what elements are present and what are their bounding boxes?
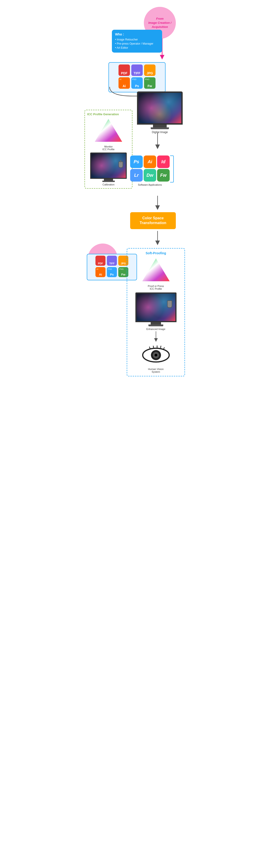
soft-proof-box: Soft-Proofing Proof or Press ICC Profile… [127, 248, 185, 376]
software-label: Software Applications [130, 183, 170, 186]
svg-point-18 [155, 354, 157, 356]
calib-base [102, 181, 115, 182]
icc-profile-label: Monitor ICC Profile [87, 145, 130, 151]
vision-section: Human Vision System [130, 345, 182, 373]
who-title: Who : [115, 32, 159, 36]
icc-title: ICC Profile Generation [87, 113, 130, 116]
enhanced-stand [151, 322, 161, 324]
fmt-pdf-2: PDF [96, 256, 105, 266]
svg-marker-1 [160, 55, 164, 59]
enhanced-display [135, 292, 176, 322]
enhanced-monitor-wrapper [130, 292, 182, 326]
monitor-to-apps-arrow [153, 133, 162, 151]
apps-to-cst-arrow [153, 196, 162, 212]
fmt-tiff-2: TIFF [107, 256, 117, 266]
who-item-2: Pre-press Operator / Manager [115, 42, 159, 46]
enhanced-calib-tool [167, 301, 172, 308]
calibration-label: Calibration [87, 183, 130, 186]
fmt-jpg: JPG [144, 64, 156, 76]
svg-line-20 [153, 346, 154, 348]
soft-proof-title: Soft-Proofing [130, 251, 182, 255]
calibration-monitor-wrapper [87, 153, 130, 182]
proof-label: Proof or Press ICC Profile [130, 285, 182, 290]
who-box: Who : Image Retoucher Pre-press Operator… [112, 30, 162, 53]
who-item-3: Art Editor [115, 46, 159, 50]
diagram-container: From Image Creation / Acquisition Who : … [82, 0, 192, 868]
svg-marker-7 [155, 205, 160, 210]
calibration-tool [118, 161, 123, 168]
svg-marker-12 [142, 258, 170, 281]
app-illustrator: Ai [144, 155, 156, 168]
app-dreamweaver: Dw [144, 169, 156, 182]
app-icons-wrapper: Ps Ai Id Lr Dw Fw [130, 155, 170, 182]
fmt-psd-2: PSD Ps [107, 267, 117, 277]
enhanced-label: Enhanced Image [130, 328, 182, 331]
app-bracket [170, 155, 174, 183]
fmt-tiff: TIFF [131, 64, 143, 76]
cst-to-softproof-arrow [153, 231, 162, 247]
app-lightroom: Lr [130, 169, 143, 182]
monitor-base [151, 127, 169, 129]
app-row-2: Lr Dw Fw [130, 169, 170, 182]
cst-box: Color Space Transformation [130, 212, 176, 229]
calibration-display [90, 153, 127, 179]
app-fireworks: Fw [157, 169, 170, 182]
fmt-pdf: PDF [118, 64, 130, 76]
app-row-1: Ps Ai Id [130, 155, 170, 168]
gamut-triangle [94, 118, 123, 143]
calib-stand [104, 179, 113, 181]
who-item-1: Image Retoucher [115, 37, 159, 42]
monitor-stand [153, 125, 167, 127]
software-section: Ps Ai Id Lr Dw Fw Software Applications [130, 155, 170, 186]
app-photoshop: Ps [130, 155, 143, 168]
icc-section: ICC Profile Generation Monitor ICC Profi… [84, 110, 132, 189]
monitor-display [137, 91, 183, 125]
app-indesign: Id [157, 155, 170, 168]
svg-line-23 [164, 347, 164, 349]
svg-marker-9 [155, 241, 160, 245]
svg-marker-5 [95, 119, 122, 142]
enhanced-base [148, 324, 163, 326]
digital-monitor-section: Digital Image [137, 91, 183, 134]
who-list: Image Retoucher Pre-press Operator / Man… [115, 37, 159, 50]
vision-label: Human Vision System [130, 368, 182, 373]
fmt-ai-2: AI Ai [96, 267, 105, 277]
enhanced-to-eye-arrow [151, 331, 161, 344]
svg-line-22 [161, 346, 161, 348]
proof-triangle [141, 257, 171, 282]
app-icons: Ps Ai Id Lr Dw Fw [130, 155, 170, 182]
svg-marker-4 [155, 145, 160, 149]
svg-marker-14 [154, 338, 158, 342]
eye-icon [141, 345, 171, 365]
